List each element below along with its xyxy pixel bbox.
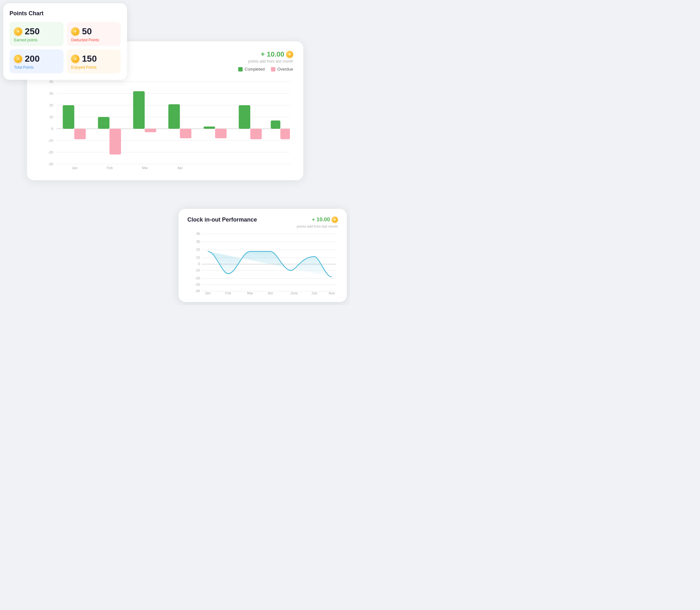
svg-text:Jan: Jan (205, 291, 211, 294)
task-points-value: + 10.00 (261, 50, 293, 59)
coin-icon-earned (14, 27, 22, 36)
deducted-label: Deducted Points (71, 38, 116, 42)
svg-rect-30 (239, 105, 250, 129)
svg-text:-10: -10 (195, 268, 200, 272)
svg-rect-26 (180, 129, 191, 138)
svg-rect-31 (250, 129, 262, 139)
svg-text:0: 0 (198, 262, 200, 266)
deducted-tile: 50 Deducted Points (67, 22, 121, 46)
svg-text:20: 20 (196, 247, 200, 252)
svg-rect-33 (281, 129, 290, 139)
clock-points-value: + 10.00 (312, 216, 338, 223)
svg-text:30: 30 (196, 240, 200, 243)
svg-text:Mar: Mar (247, 291, 253, 294)
svg-text:Apr: Apr (178, 166, 183, 170)
total-tile: 200 Total Points (10, 49, 64, 74)
svg-text:10: 10 (196, 256, 200, 259)
task-points-right: + 10.00 points add from last month (248, 50, 293, 64)
svg-text:20: 20 (49, 103, 53, 107)
enjoyed-tile-row: 150 (71, 54, 116, 63)
deducted-tile-row: 50 (71, 27, 116, 36)
svg-rect-19 (98, 117, 109, 129)
svg-text:0: 0 (51, 127, 53, 131)
svg-text:Mar: Mar (142, 166, 148, 170)
coin-icon-clock (332, 216, 338, 223)
deducted-number: 50 (82, 27, 92, 36)
line-chart-container: 40 30 20 10 0 -10 -20 -30 -40 Ja (187, 231, 338, 294)
clock-title: Clock in-out Performance (187, 216, 257, 223)
svg-text:-40: -40 (195, 289, 200, 293)
svg-text:40: 40 (196, 232, 200, 236)
points-chart-title: Points Chart (10, 10, 121, 17)
enjoyed-tile: 150 Enjoyed Points (67, 49, 121, 74)
enjoyed-label: Enjoyed Points (71, 65, 116, 70)
coin-icon-total (14, 55, 22, 63)
svg-text:June: June (290, 291, 298, 294)
legend-overdue: Overdue (271, 67, 293, 71)
svg-rect-23 (145, 129, 156, 132)
legend-completed: Completed (238, 67, 265, 71)
svg-rect-22 (133, 91, 145, 129)
clock-header: Clock in-out Performance + 10.00 (187, 216, 338, 223)
svg-text:Jan: Jan (72, 166, 78, 170)
svg-text:40: 40 (49, 80, 53, 84)
svg-text:-10: -10 (48, 139, 53, 142)
legend-dot-green (238, 67, 243, 71)
svg-text:10: 10 (49, 115, 53, 119)
coin-icon-deducted (71, 27, 79, 36)
earned-number: 250 (25, 27, 40, 36)
legend-overdue-label: Overdue (277, 67, 293, 71)
svg-text:Aug: Aug (329, 291, 335, 294)
svg-text:Feb: Feb (107, 166, 113, 170)
earned-label: Earned points (14, 38, 59, 42)
legend-dot-pink (271, 67, 276, 71)
total-number: 200 (25, 54, 40, 63)
clock-points-sub: points add from last month (187, 224, 338, 228)
svg-text:-30: -30 (195, 283, 200, 286)
svg-text:Feb: Feb (225, 291, 231, 294)
svg-rect-16 (63, 105, 74, 129)
bar-chart-container: 40 30 20 10 0 -10 -20 -30 Jan Feb Mar A (37, 75, 293, 171)
enjoyed-number: 150 (82, 54, 97, 63)
total-label: Total Points (14, 65, 59, 70)
svg-text:-20: -20 (48, 150, 53, 154)
coin-icon-task (286, 51, 293, 58)
svg-text:Apr: Apr (268, 291, 273, 294)
legend-completed-label: Completed (245, 67, 265, 71)
total-tile-row: 200 (14, 54, 59, 63)
earned-tile: 250 Earned points (10, 22, 64, 46)
line-chart-svg: 40 30 20 10 0 -10 -20 -30 -40 Ja (187, 231, 338, 294)
svg-text:July: July (311, 291, 318, 294)
earned-tile-row: 250 (14, 27, 59, 36)
svg-text:-30: -30 (48, 162, 53, 166)
points-grid: 250 Earned points 50 Deducted Points 200… (10, 22, 121, 74)
task-points-sub: points add from last month (248, 59, 293, 64)
svg-rect-20 (110, 129, 121, 155)
svg-rect-32 (271, 121, 280, 129)
svg-rect-17 (74, 129, 86, 139)
svg-text:-20: -20 (195, 276, 200, 280)
svg-rect-28 (204, 127, 215, 129)
svg-text:30: 30 (49, 92, 53, 95)
points-chart-card: Points Chart 250 Earned points 50 Deduct… (3, 3, 127, 80)
svg-rect-29 (215, 129, 227, 138)
clock-card: Clock in-out Performance + 10.00 points … (179, 209, 347, 302)
coin-icon-enjoyed (71, 55, 79, 63)
bar-chart-svg: 40 30 20 10 0 -10 -20 -30 Jan Feb Mar A (37, 75, 293, 171)
svg-rect-25 (168, 104, 180, 129)
